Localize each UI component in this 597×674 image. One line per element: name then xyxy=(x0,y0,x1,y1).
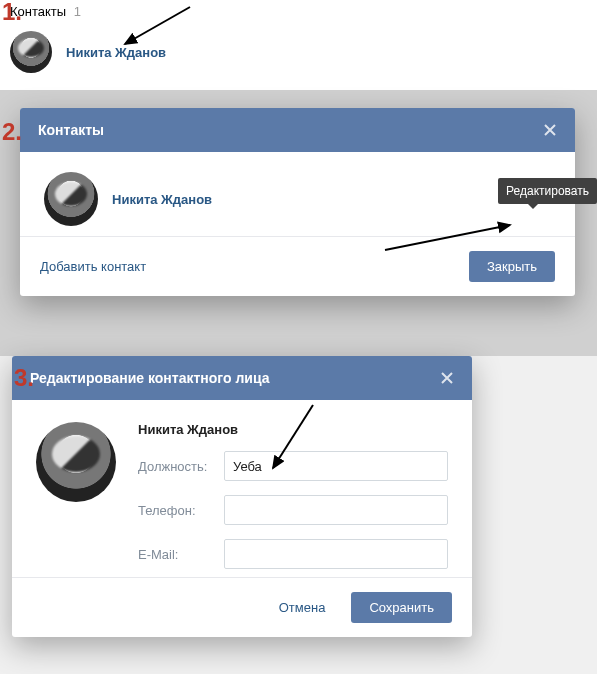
modal-contacts-titlebar: Контакты xyxy=(20,108,575,152)
position-input[interactable] xyxy=(224,451,448,481)
email-input[interactable] xyxy=(224,539,448,569)
close-icon[interactable] xyxy=(440,371,454,385)
add-contact-link[interactable]: Добавить контакт xyxy=(40,259,146,274)
avatar[interactable] xyxy=(36,422,116,502)
modal-contacts-title: Контакты xyxy=(38,122,104,138)
cancel-button[interactable]: Отмена xyxy=(261,592,344,623)
modal-edit-title: Редактирование контактного лица xyxy=(30,370,269,386)
avatar[interactable] xyxy=(44,172,98,226)
contacts-count: 1 xyxy=(74,4,81,19)
contacts-heading: Контакты 1 xyxy=(10,4,587,19)
close-icon[interactable] xyxy=(543,123,557,137)
annotation-step-1: 1. xyxy=(2,0,22,26)
annotation-step-3: 3. xyxy=(14,364,34,392)
position-label: Должность: xyxy=(138,459,224,474)
contact-row[interactable]: Никита Жданов xyxy=(10,31,587,73)
modal-edit-contact: Редактирование контактного лица Никита Ж… xyxy=(12,356,472,637)
tooltip-edit: Редактировать xyxy=(498,178,597,204)
email-label: E-Mail: xyxy=(138,547,224,562)
contact-name-link[interactable]: Никита Жданов xyxy=(112,192,212,207)
step1-section: Контакты 1 Никита Жданов xyxy=(0,0,597,90)
annotation-step-2: 2. xyxy=(2,118,22,146)
phone-label: Телефон: xyxy=(138,503,224,518)
phone-input[interactable] xyxy=(224,495,448,525)
edit-contact-name: Никита Жданов xyxy=(138,422,448,437)
close-button[interactable]: Закрыть xyxy=(469,251,555,282)
modal-edit-titlebar: Редактирование контактного лица xyxy=(12,356,472,400)
avatar[interactable] xyxy=(10,31,52,73)
modal-contacts: Контакты Никита Жданов Добавить контакт … xyxy=(20,108,575,296)
save-button[interactable]: Сохранить xyxy=(351,592,452,623)
contact-name-link[interactable]: Никита Жданов xyxy=(66,45,166,60)
